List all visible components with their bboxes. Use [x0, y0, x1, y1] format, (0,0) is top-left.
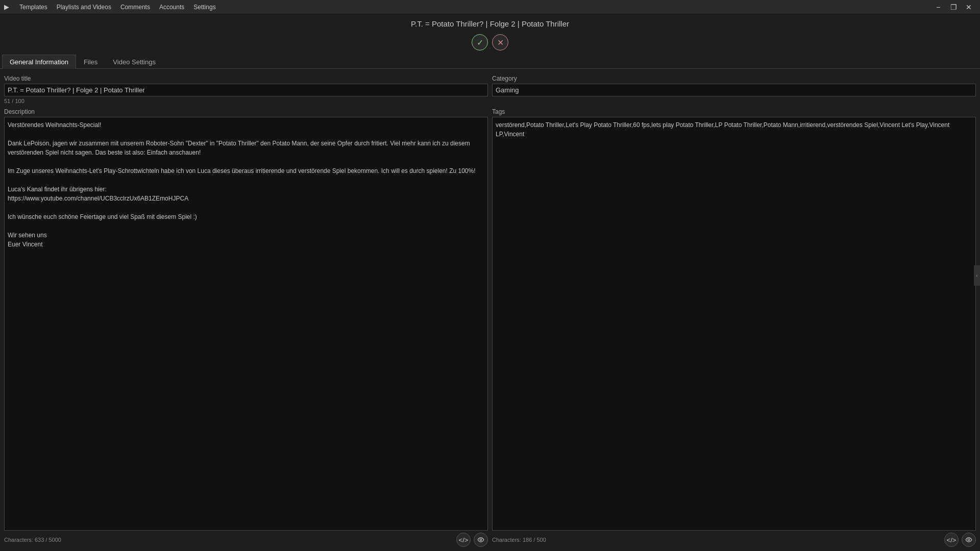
app-icon: ▶ [4, 3, 12, 11]
tags-textarea[interactable] [492, 117, 976, 531]
confirm-button[interactable]: ✓ [472, 34, 488, 51]
minimize-button[interactable]: − [931, 2, 945, 12]
tab-files[interactable]: Files [76, 55, 105, 69]
description-label: Description [4, 108, 488, 115]
description-textarea[interactable] [4, 117, 488, 531]
page-title: P.T. = Potato Thriller? | Folge 2 | Pota… [0, 14, 980, 32]
cancel-button[interactable]: ✕ [492, 34, 508, 51]
tags-editor-buttons: </> [944, 533, 976, 547]
category-input[interactable] [492, 84, 976, 96]
menu-playlists[interactable]: Playlists and Videos [53, 3, 115, 12]
description-section: Description Characters: 633 / 5000 </> [4, 108, 488, 547]
video-title-label: Video title [4, 75, 488, 82]
video-title-input[interactable] [4, 84, 488, 96]
window-controls: − ❐ ✕ [931, 2, 976, 12]
tabs: General Information Files Video Settings [0, 55, 980, 69]
menu-accounts[interactable]: Accounts [155, 3, 188, 12]
top-row: Video title 51 / 100 Category [4, 75, 976, 104]
tags-char-count: Characters: 186 / 500 [492, 537, 546, 543]
video-title-char-count: 51 / 100 [4, 98, 488, 104]
menu-templates[interactable]: Templates [15, 3, 52, 12]
tags-label: Tags [492, 108, 976, 115]
video-title-group: Video title 51 / 100 [4, 75, 488, 104]
title-bar-left: ▶ Templates Playlists and Videos Comment… [4, 3, 220, 12]
description-editor-buttons: </> [456, 533, 488, 547]
right-scroll-handle[interactable]: ‹ [974, 265, 980, 286]
description-html-button[interactable]: </> [456, 533, 471, 547]
tags-section: Tags Characters: 186 / 500 </> [492, 108, 976, 547]
tags-preview-button[interactable] [962, 533, 976, 547]
tab-general[interactable]: General Information [2, 55, 76, 69]
tab-video-settings[interactable]: Video Settings [105, 55, 163, 69]
content-area: Video title 51 / 100 Category Descriptio… [0, 69, 980, 551]
menu-settings[interactable]: Settings [189, 3, 219, 12]
description-bottom-bar: Characters: 633 / 5000 </> [4, 531, 488, 547]
category-label: Category [492, 75, 976, 82]
action-buttons: ✓ ✕ [0, 32, 980, 55]
svg-point-1 [968, 539, 970, 541]
description-preview-button[interactable] [474, 533, 488, 547]
restore-button[interactable]: ❐ [946, 2, 961, 12]
category-group: Category [492, 75, 976, 104]
menu-comments[interactable]: Comments [116, 3, 154, 12]
tags-bottom-bar: Characters: 186 / 500 </> [492, 531, 976, 547]
close-button[interactable]: ✕ [962, 2, 976, 12]
window-content: P.T. = Potato Thriller? | Folge 2 | Pota… [0, 14, 980, 551]
description-char-count: Characters: 633 / 5000 [4, 537, 61, 543]
title-bar: ▶ Templates Playlists and Videos Comment… [0, 0, 980, 14]
desc-tags-row: Description Characters: 633 / 5000 </> [4, 108, 976, 547]
tags-html-button[interactable]: </> [944, 533, 959, 547]
svg-point-0 [480, 539, 482, 541]
